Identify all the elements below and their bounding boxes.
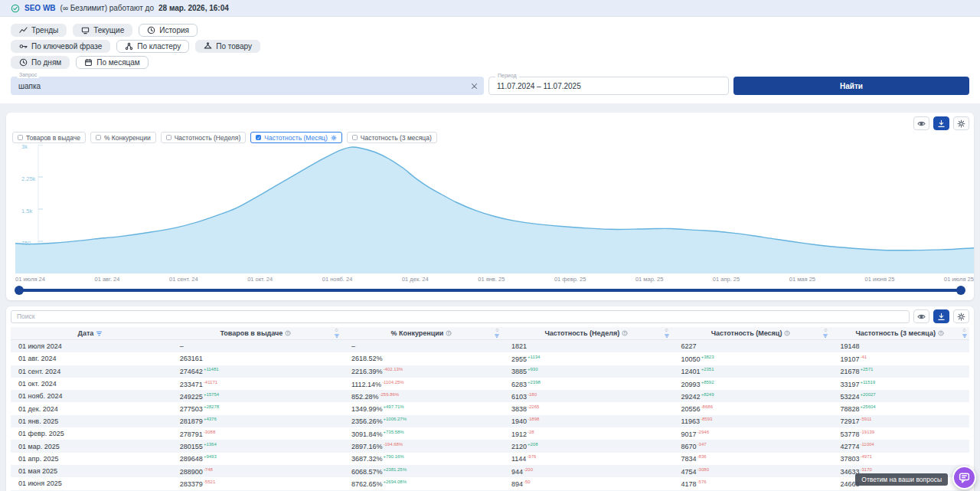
table-row: 01 мая 2025288900-7486068.57%+2381.25%94…: [11, 465, 969, 477]
x-axis-tick-label: 01 мая 25: [789, 276, 815, 283]
table-download-button[interactable]: [933, 309, 949, 323]
query-row: Запрос Период Найти: [11, 77, 969, 95]
sort-arrows-icon[interactable]: [664, 328, 669, 332]
value-cell: 263161: [170, 355, 341, 362]
range-slider-right-handle[interactable]: [956, 286, 965, 295]
chart-settings-button[interactable]: [953, 116, 969, 130]
checkbox-icon: [96, 135, 101, 140]
value-cell: 7834-836: [671, 454, 831, 463]
column-header[interactable]: Частотность (3 месяца): [830, 327, 969, 339]
delta-badge: +11481: [204, 367, 219, 372]
cell-value: 2618.52%: [351, 355, 383, 362]
info-icon[interactable]: [784, 330, 790, 336]
cell-value: 289648: [180, 455, 203, 463]
info-icon[interactable]: [622, 330, 628, 336]
sort-widget[interactable]: [822, 327, 828, 339]
cell-value: 6227: [681, 342, 697, 350]
tab-history[interactable]: История: [139, 24, 198, 37]
granularity-months[interactable]: По месяцам: [76, 56, 149, 69]
filter-bars-icon[interactable]: [494, 333, 500, 339]
filter-bars-icon[interactable]: [664, 333, 670, 339]
cell-value: 852.28%: [351, 393, 379, 401]
legend-chip-label: Частотность (Неделя): [175, 134, 241, 142]
sort-widget[interactable]: [494, 327, 500, 339]
info-icon[interactable]: [285, 330, 291, 336]
delta-badge: +15754: [204, 392, 219, 397]
range-slider-track[interactable]: [15, 289, 965, 292]
column-header[interactable]: Дата: [11, 327, 170, 339]
chart-download-button[interactable]: [933, 116, 949, 130]
legend-chip-label: Частотность (3 месяца): [361, 134, 432, 142]
legend-chip[interactable]: Частотность (Неделя): [161, 132, 247, 143]
filter-bars-icon[interactable]: [334, 333, 340, 339]
tab-trends[interactable]: Тренды: [11, 24, 67, 37]
value-cell: 1349.99%+497.71%: [341, 404, 501, 413]
value-cell: 1144-976: [501, 454, 671, 463]
chat-button[interactable]: [952, 466, 976, 489]
sort-arrows-icon[interactable]: [495, 328, 500, 332]
value-cell: 2120+208: [501, 442, 671, 450]
info-icon[interactable]: [446, 330, 452, 336]
filter-bars-icon[interactable]: [822, 333, 828, 339]
clear-icon[interactable]: [464, 77, 484, 95]
delta-badge: -50: [524, 480, 531, 484]
value-cell: 20556-8686: [671, 404, 831, 413]
mode-cluster[interactable]: По кластеру: [116, 40, 189, 53]
keyword-field: Запрос: [11, 77, 484, 95]
cell-value: 280155: [180, 443, 203, 450]
x-axis-tick-label: 01 апр. 25: [713, 276, 740, 283]
clock-icon: [19, 58, 28, 67]
keyword-field-label: Запрос: [17, 72, 39, 78]
gear-icon: [957, 313, 965, 321]
column-header[interactable]: Частотность (Неделя): [501, 327, 671, 339]
sort-arrows-icon[interactable]: [334, 328, 339, 332]
table-settings-button[interactable]: [953, 309, 969, 323]
range-slider[interactable]: [15, 285, 965, 296]
info-icon[interactable]: [938, 330, 944, 336]
legend-chip[interactable]: Частотность (3 месяца): [347, 132, 437, 143]
delta-badge: +1134: [528, 355, 540, 359]
value-cell: 1940-1898: [501, 417, 671, 425]
sort-arrows-icon[interactable]: [962, 328, 967, 332]
filter-bars-icon[interactable]: [96, 330, 103, 337]
keyword-input[interactable]: [11, 82, 464, 90]
date-cell: 01 июля 2024: [11, 342, 170, 350]
chart-visibility-button[interactable]: [913, 116, 929, 130]
table-search-input[interactable]: [11, 310, 910, 323]
find-button[interactable]: Найти: [733, 77, 969, 95]
sort-widget[interactable]: [664, 327, 670, 339]
sort-arrows-icon[interactable]: [823, 328, 828, 332]
value-cell: 37803-4971: [830, 454, 969, 463]
table-row: 01 июля 2024––1821622719148: [11, 340, 969, 352]
cell-value: 53778: [840, 430, 859, 438]
legend-chip[interactable]: % Конкуренции: [90, 132, 156, 143]
table-row: 01 нояб. 2024249225+15754852.28%-259.86%…: [11, 390, 969, 402]
cell-value: –: [180, 342, 184, 350]
column-header[interactable]: Частотность (Месяц): [671, 327, 831, 339]
tab-current[interactable]: Текущие: [73, 24, 132, 37]
value-cell: –: [170, 342, 341, 350]
mode-keyword[interactable]: По ключевой фразе: [11, 40, 110, 53]
mode-product[interactable]: По товару: [195, 40, 260, 53]
column-header[interactable]: Товаров в выдаче: [170, 327, 341, 339]
delta-badge: -3088: [204, 430, 215, 434]
period-input[interactable]: [489, 82, 728, 90]
filter-bars-icon[interactable]: [962, 333, 968, 339]
column-header[interactable]: % Конкуренции: [341, 327, 501, 339]
gear-icon: [957, 119, 965, 128]
value-cell: 11963-8593: [671, 417, 831, 425]
table-row: 01 июня 2025283379-55218762.65%+2694.08%…: [11, 477, 969, 489]
delta-badge: -28: [528, 430, 534, 434]
sort-widget[interactable]: [334, 327, 340, 339]
range-slider-left-handle[interactable]: [15, 286, 24, 295]
granularity-days[interactable]: По дням: [11, 56, 70, 69]
gear-icon[interactable]: [331, 135, 337, 141]
area-chart: [15, 145, 974, 273]
sort-widget[interactable]: [962, 327, 968, 339]
legend-chip[interactable]: ✓Частотность (Месяц): [250, 132, 342, 143]
date-cell: 01 февр. 2025: [11, 430, 170, 437]
table-visibility-button[interactable]: [913, 309, 929, 323]
brand[interactable]: SEO WB: [24, 4, 56, 12]
y-axis-tick-label: 3k: [21, 143, 28, 150]
legend-chip[interactable]: Товаров в выдаче: [12, 132, 86, 143]
